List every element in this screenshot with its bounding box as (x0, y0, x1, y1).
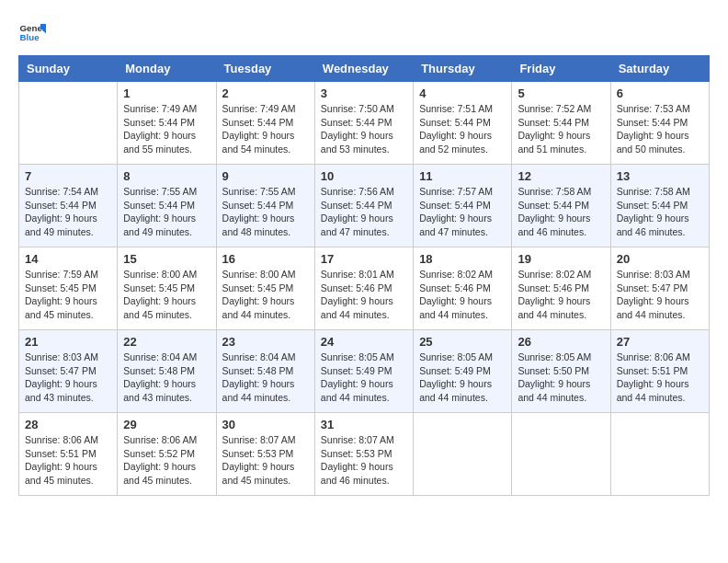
calendar-cell: 29Sunrise: 8:06 AMSunset: 5:52 PMDayligh… (118, 413, 216, 496)
header: General Blue (18, 18, 710, 46)
day-info: Sunrise: 8:00 AMSunset: 5:45 PMDaylight:… (123, 268, 210, 322)
calendar-cell: 13Sunrise: 7:58 AMSunset: 5:44 PMDayligh… (610, 165, 709, 247)
header-sunday: Sunday (19, 56, 118, 82)
day-info: Sunrise: 7:52 AMSunset: 5:44 PMDaylight:… (518, 102, 604, 156)
calendar-cell: 17Sunrise: 8:01 AMSunset: 5:46 PMDayligh… (314, 247, 413, 330)
day-number: 27 (617, 335, 703, 349)
day-number: 22 (123, 335, 210, 349)
day-info: Sunrise: 7:56 AMSunset: 5:44 PMDaylight:… (321, 185, 407, 239)
calendar-cell: 26Sunrise: 8:05 AMSunset: 5:50 PMDayligh… (512, 330, 610, 413)
day-number: 13 (617, 169, 703, 183)
day-number: 19 (518, 252, 604, 266)
day-number: 2 (222, 86, 309, 100)
day-info: Sunrise: 8:02 AMSunset: 5:46 PMDaylight:… (518, 268, 604, 322)
day-info: Sunrise: 8:02 AMSunset: 5:46 PMDaylight:… (419, 268, 506, 322)
calendar-cell: 16Sunrise: 8:00 AMSunset: 5:45 PMDayligh… (216, 247, 314, 330)
calendar-cell: 10Sunrise: 7:56 AMSunset: 5:44 PMDayligh… (314, 165, 413, 247)
day-info: Sunrise: 8:05 AMSunset: 5:50 PMDaylight:… (518, 350, 604, 405)
day-number: 20 (617, 252, 703, 266)
calendar-cell: 24Sunrise: 8:05 AMSunset: 5:49 PMDayligh… (314, 330, 413, 413)
calendar-header-row: SundayMondayTuesdayWednesdayThursdayFrid… (19, 56, 710, 82)
day-number: 8 (123, 169, 210, 183)
calendar-week-3: 14Sunrise: 7:59 AMSunset: 5:45 PMDayligh… (19, 247, 710, 330)
day-info: Sunrise: 8:04 AMSunset: 5:48 PMDaylight:… (123, 350, 210, 405)
day-info: Sunrise: 8:01 AMSunset: 5:46 PMDaylight:… (321, 268, 407, 322)
calendar-cell: 3Sunrise: 7:50 AMSunset: 5:44 PMDaylight… (314, 82, 413, 165)
svg-text:Blue: Blue (20, 32, 40, 42)
calendar-cell (19, 82, 118, 165)
logo-icon: General Blue (18, 18, 46, 46)
day-info: Sunrise: 8:03 AMSunset: 5:47 PMDaylight:… (617, 268, 703, 322)
calendar-cell: 6Sunrise: 7:53 AMSunset: 5:44 PMDaylight… (610, 82, 709, 165)
calendar-cell: 2Sunrise: 7:49 AMSunset: 5:44 PMDaylight… (216, 82, 314, 165)
day-number: 4 (419, 86, 506, 100)
day-number: 3 (321, 86, 407, 100)
day-number: 28 (25, 418, 111, 431)
calendar-week-2: 7Sunrise: 7:54 AMSunset: 5:44 PMDaylight… (19, 165, 710, 247)
calendar-cell: 1Sunrise: 7:49 AMSunset: 5:44 PMDaylight… (118, 82, 216, 165)
day-info: Sunrise: 7:59 AMSunset: 5:45 PMDaylight:… (25, 268, 111, 322)
day-number: 17 (321, 252, 407, 266)
day-info: Sunrise: 8:07 AMSunset: 5:53 PMDaylight:… (222, 433, 309, 488)
calendar-cell: 23Sunrise: 8:04 AMSunset: 5:48 PMDayligh… (216, 330, 314, 413)
calendar-week-1: 1Sunrise: 7:49 AMSunset: 5:44 PMDaylight… (19, 82, 710, 165)
day-info: Sunrise: 8:05 AMSunset: 5:49 PMDaylight:… (321, 350, 407, 405)
calendar-cell: 12Sunrise: 7:58 AMSunset: 5:44 PMDayligh… (512, 165, 610, 247)
day-number: 7 (25, 169, 111, 183)
day-info: Sunrise: 8:03 AMSunset: 5:47 PMDaylight:… (25, 350, 111, 405)
day-number: 31 (321, 418, 407, 431)
day-info: Sunrise: 8:06 AMSunset: 5:52 PMDaylight:… (123, 433, 210, 488)
day-number: 6 (617, 86, 703, 100)
day-info: Sunrise: 7:58 AMSunset: 5:44 PMDaylight:… (518, 185, 604, 239)
day-info: Sunrise: 8:06 AMSunset: 5:51 PMDaylight:… (25, 433, 111, 488)
day-number: 14 (25, 252, 111, 266)
day-number: 26 (518, 335, 604, 349)
calendar-cell: 28Sunrise: 8:06 AMSunset: 5:51 PMDayligh… (19, 413, 118, 496)
calendar-cell: 4Sunrise: 7:51 AMSunset: 5:44 PMDaylight… (414, 82, 512, 165)
day-number: 29 (123, 418, 210, 431)
header-wednesday: Wednesday (314, 56, 413, 82)
calendar-cell: 14Sunrise: 7:59 AMSunset: 5:45 PMDayligh… (19, 247, 118, 330)
calendar-cell: 5Sunrise: 7:52 AMSunset: 5:44 PMDaylight… (512, 82, 610, 165)
calendar-cell: 15Sunrise: 8:00 AMSunset: 5:45 PMDayligh… (118, 247, 216, 330)
header-friday: Friday (512, 56, 610, 82)
day-info: Sunrise: 7:58 AMSunset: 5:44 PMDaylight:… (617, 185, 703, 239)
day-info: Sunrise: 8:04 AMSunset: 5:48 PMDaylight:… (222, 350, 309, 405)
day-number: 21 (25, 335, 111, 349)
header-saturday: Saturday (610, 56, 709, 82)
calendar-cell (512, 413, 610, 496)
header-tuesday: Tuesday (216, 56, 314, 82)
day-number: 10 (321, 169, 407, 183)
header-thursday: Thursday (414, 56, 512, 82)
day-info: Sunrise: 7:57 AMSunset: 5:44 PMDaylight:… (419, 185, 506, 239)
calendar-cell: 9Sunrise: 7:55 AMSunset: 5:44 PMDaylight… (216, 165, 314, 247)
day-number: 15 (123, 252, 210, 266)
logo: General Blue (18, 18, 46, 46)
calendar-cell: 18Sunrise: 8:02 AMSunset: 5:46 PMDayligh… (414, 247, 512, 330)
day-number: 11 (419, 169, 506, 183)
day-info: Sunrise: 7:55 AMSunset: 5:44 PMDaylight:… (222, 185, 309, 239)
day-info: Sunrise: 8:06 AMSunset: 5:51 PMDaylight:… (617, 350, 703, 405)
day-number: 25 (419, 335, 506, 349)
day-number: 9 (222, 169, 309, 183)
day-number: 5 (518, 86, 604, 100)
calendar-table: SundayMondayTuesdayWednesdayThursdayFrid… (18, 55, 710, 496)
calendar-cell: 25Sunrise: 8:05 AMSunset: 5:49 PMDayligh… (414, 330, 512, 413)
day-info: Sunrise: 7:55 AMSunset: 5:44 PMDaylight:… (123, 185, 210, 239)
day-info: Sunrise: 7:50 AMSunset: 5:44 PMDaylight:… (321, 102, 407, 156)
calendar-cell: 19Sunrise: 8:02 AMSunset: 5:46 PMDayligh… (512, 247, 610, 330)
day-number: 24 (321, 335, 407, 349)
day-info: Sunrise: 8:05 AMSunset: 5:49 PMDaylight:… (419, 350, 506, 405)
day-info: Sunrise: 8:07 AMSunset: 5:53 PMDaylight:… (321, 433, 407, 488)
calendar-cell: 27Sunrise: 8:06 AMSunset: 5:51 PMDayligh… (610, 330, 709, 413)
day-info: Sunrise: 7:49 AMSunset: 5:44 PMDaylight:… (123, 102, 210, 156)
calendar-cell: 22Sunrise: 8:04 AMSunset: 5:48 PMDayligh… (118, 330, 216, 413)
calendar-cell: 21Sunrise: 8:03 AMSunset: 5:47 PMDayligh… (19, 330, 118, 413)
calendar-week-4: 21Sunrise: 8:03 AMSunset: 5:47 PMDayligh… (19, 330, 710, 413)
day-info: Sunrise: 7:49 AMSunset: 5:44 PMDaylight:… (222, 102, 309, 156)
day-info: Sunrise: 7:53 AMSunset: 5:44 PMDaylight:… (617, 102, 703, 156)
calendar-cell (414, 413, 512, 496)
day-number: 23 (222, 335, 309, 349)
calendar-cell (610, 413, 709, 496)
day-number: 18 (419, 252, 506, 266)
